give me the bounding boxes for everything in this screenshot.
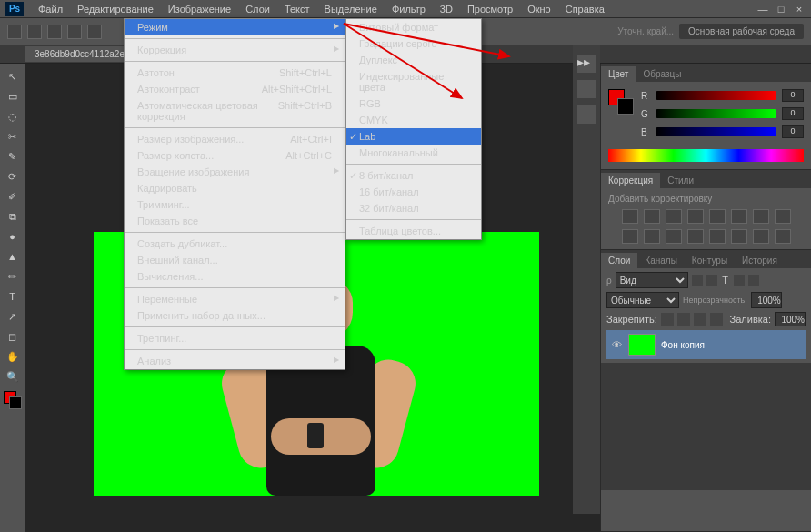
menu-item[interactable]: Коррекция▶ (125, 42, 345, 58)
tab-styles[interactable]: Стили (660, 173, 701, 188)
filter-icon[interactable] (748, 275, 759, 286)
heal-tool[interactable]: ⟳ (3, 167, 23, 186)
foreground-background-swatch[interactable] (608, 89, 634, 115)
menu-filter[interactable]: Фильтр (385, 1, 433, 17)
layer-item[interactable]: 👁 Фон копия (606, 330, 806, 359)
maximize-button[interactable]: □ (775, 4, 787, 15)
tab-swatches[interactable]: Образцы (636, 66, 688, 82)
menu-item[interactable]: 8 бит/канал✓ (346, 167, 481, 184)
menu-item[interactable]: Многоканальный (346, 145, 481, 161)
lock-icon[interactable] (677, 313, 690, 326)
adj-icon[interactable] (775, 209, 791, 224)
path-tool[interactable]: ↗ (3, 307, 23, 326)
lock-icon[interactable] (661, 313, 674, 326)
tab-adjustments[interactable]: Коррекция (601, 173, 660, 188)
b-value[interactable]: 0 (782, 125, 804, 138)
b-slider[interactable] (656, 127, 776, 136)
menu-help[interactable]: Справка (558, 1, 612, 17)
opt-icon[interactable] (67, 25, 82, 39)
filter-icon[interactable] (692, 275, 703, 286)
menu-item[interactable]: Тримминг... (125, 196, 345, 213)
adj-icon[interactable] (644, 209, 660, 224)
text-tool[interactable]: T (3, 287, 23, 306)
zoom-tool[interactable]: 🔍 (3, 367, 23, 386)
layers-empty-area[interactable] (601, 363, 811, 490)
visibility-icon[interactable]: 👁 (610, 338, 623, 351)
menu-item[interactable]: Вычисления... (125, 268, 345, 285)
menu-layers[interactable]: Слои (238, 1, 277, 17)
tab-channels[interactable]: Каналы (637, 253, 685, 268)
menu-item[interactable]: Градации серого (346, 35, 481, 52)
panel-icon[interactable] (577, 105, 596, 124)
menu-3d[interactable]: 3D (433, 1, 460, 17)
menu-item[interactable]: Размер изображения...Alt+Ctrl+I (125, 131, 345, 147)
crop-tool[interactable]: ✂ (3, 127, 23, 146)
expand-arrow-icon[interactable]: ▸▸ (577, 55, 596, 73)
adj-icon[interactable] (644, 229, 660, 244)
close-button[interactable]: × (793, 4, 806, 15)
menu-item[interactable]: RGB (346, 95, 481, 112)
color-spectrum[interactable] (608, 149, 804, 162)
blend-mode-select[interactable]: Обычные (606, 292, 679, 308)
menu-item[interactable]: АвтоконтрастAlt+Shift+Ctrl+L (125, 81, 345, 97)
adj-icon[interactable] (687, 229, 704, 244)
menu-item[interactable]: 16 бит/канал (346, 184, 481, 200)
menu-item[interactable]: Анализ▶ (125, 353, 345, 369)
tool-preset-icon[interactable] (7, 25, 22, 39)
tab-paths[interactable]: Контуры (685, 253, 735, 268)
workspace-selector[interactable]: Основная рабочая среда (679, 24, 804, 39)
fill-input[interactable] (775, 312, 806, 326)
adj-icon[interactable] (775, 229, 791, 244)
move-tool[interactable]: ↖ (3, 67, 23, 85)
lock-icon[interactable] (694, 313, 706, 326)
menu-item[interactable]: CMYK (346, 112, 481, 128)
tab-color[interactable]: Цвет (601, 66, 636, 82)
pen-tool[interactable]: ✏ (3, 267, 23, 286)
adj-icon[interactable] (622, 229, 638, 244)
menu-text[interactable]: Текст (277, 1, 317, 17)
menu-window[interactable]: Окно (520, 1, 558, 17)
layer-kind-select[interactable]: Вид (616, 272, 688, 288)
g-slider[interactable] (656, 109, 776, 118)
filter-icon[interactable] (706, 275, 717, 286)
tab-layers[interactable]: Слои (601, 253, 637, 268)
adj-icon[interactable] (709, 209, 726, 224)
r-slider[interactable] (656, 91, 776, 100)
color-swatch[interactable] (4, 391, 22, 409)
menu-item[interactable]: Режим▶ (125, 19, 345, 35)
adj-icon[interactable] (731, 229, 747, 244)
adj-icon[interactable] (687, 209, 704, 224)
minimize-button[interactable]: — (756, 4, 769, 15)
opt-icon[interactable] (27, 25, 42, 39)
adj-icon[interactable] (709, 229, 726, 244)
lock-icon[interactable] (710, 313, 723, 326)
filter-icon[interactable] (734, 275, 745, 286)
gradient-tool[interactable]: ▲ (3, 247, 23, 266)
menu-image[interactable]: Изображение (161, 1, 238, 17)
marquee-tool[interactable]: ▭ (3, 87, 23, 105)
menu-edit[interactable]: Редактирование (70, 1, 161, 17)
opt-icon[interactable] (87, 25, 102, 39)
adj-icon[interactable] (731, 209, 747, 224)
menu-item[interactable]: Внешний канал... (125, 252, 345, 268)
brush-tool[interactable]: ✐ (3, 187, 23, 206)
menu-item[interactable]: Создать дубликат... (125, 236, 345, 252)
r-value[interactable]: 0 (782, 89, 804, 102)
layer-name[interactable]: Фон копия (661, 340, 705, 350)
shape-tool[interactable]: ◻ (3, 327, 23, 346)
eyedropper-tool[interactable]: ✎ (3, 147, 23, 166)
adj-icon[interactable] (622, 209, 638, 224)
hand-tool[interactable]: ✋ (3, 347, 23, 366)
menu-file[interactable]: Файл (31, 1, 70, 17)
opacity-input[interactable] (751, 292, 782, 308)
g-value[interactable]: 0 (782, 107, 804, 120)
menu-item[interactable]: Показать все (125, 213, 345, 229)
layer-thumbnail[interactable] (628, 334, 656, 356)
menu-item[interactable]: Вращение изображения▶ (125, 164, 345, 180)
menu-item[interactable]: Lab✓ (346, 128, 481, 145)
menu-item[interactable]: Размер холста...Alt+Ctrl+C (125, 147, 345, 164)
adj-icon[interactable] (666, 229, 682, 244)
menu-select[interactable]: Выделение (317, 1, 385, 17)
eraser-tool[interactable]: ● (3, 227, 23, 246)
panel-icon[interactable] (577, 80, 596, 98)
